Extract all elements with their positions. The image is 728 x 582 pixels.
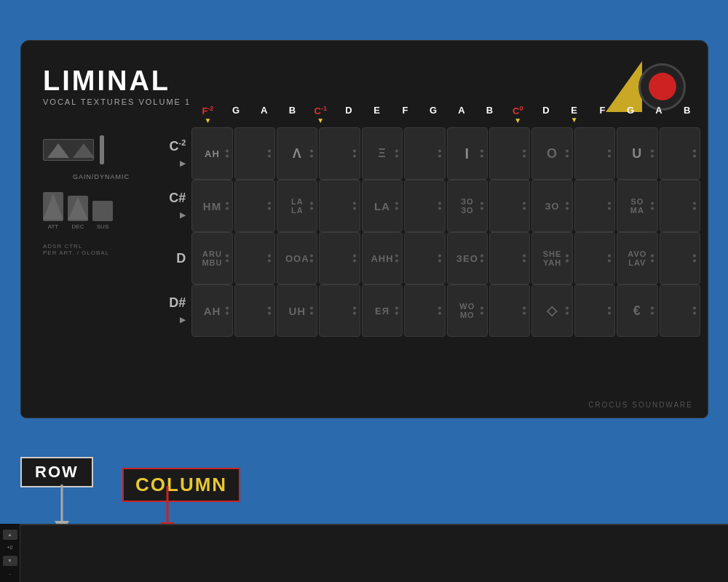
cell-d-1[interactable]: ARUMBU	[191, 232, 232, 284]
cell-ds-10[interactable]	[574, 284, 615, 337]
gain-fader[interactable]	[100, 135, 104, 164]
cell-d-4[interactable]	[319, 232, 360, 284]
piano-minus-label: -	[9, 571, 10, 576]
cell-cs-3[interactable]: LALA	[277, 180, 317, 232]
col-header-a3: A▼	[646, 105, 673, 124]
cell-c2-11[interactable]: U	[617, 127, 657, 180]
cell-d-12[interactable]	[660, 232, 700, 284]
col-header-f: F▼	[392, 105, 419, 124]
cell-cs-4[interactable]	[319, 180, 360, 232]
cell-ds-9[interactable]: ◇	[531, 284, 572, 337]
app-title: LIMINAL	[43, 67, 191, 95]
cell-ds-1[interactable]: AH	[191, 284, 232, 337]
row-label-ds: D# ▶	[159, 295, 190, 326]
row-label-box: ROW	[20, 457, 93, 487]
cell-cs-11[interactable]: SOMA	[617, 180, 657, 232]
svg-marker-2	[43, 194, 63, 220]
piano-up-btn[interactable]: ▲	[3, 530, 17, 540]
cell-d-9[interactable]: SHEYAH	[531, 232, 572, 284]
cell-ds-12[interactable]	[660, 284, 700, 337]
col-header-b: B▼	[279, 105, 306, 124]
col-header-a2: A▼	[448, 105, 475, 124]
column-label-text: COLUMN	[135, 474, 227, 495]
dec-label: DEC	[72, 223, 84, 230]
instrument-panel: LIMINAL VOCAL TEXTURES VOLUME 1 GAIN/DYN…	[20, 40, 708, 418]
cell-ds-8[interactable]	[489, 284, 530, 337]
cell-d-6[interactable]	[404, 232, 445, 284]
cell-cs-9[interactable]: ЗО	[531, 180, 572, 232]
cell-d-8[interactable]	[489, 232, 530, 284]
cell-c2-9[interactable]: O	[531, 127, 572, 180]
col-header-f2: F-2▼	[194, 105, 221, 124]
cell-c2-12[interactable]	[660, 127, 700, 180]
cell-c2-2[interactable]	[234, 127, 275, 180]
cell-d-5[interactable]: AHH	[362, 232, 403, 284]
att-bar	[43, 192, 63, 221]
cell-ds-11[interactable]: €	[617, 284, 657, 337]
cell-d-2[interactable]	[234, 232, 275, 284]
piano-left-controls: ▲ +0 ▼ -	[0, 524, 20, 582]
dec-bar	[68, 196, 88, 221]
cell-c2-8[interactable]	[489, 127, 530, 180]
cell-c2-6[interactable]	[404, 127, 445, 180]
row-label-c2: C-2 ▶	[159, 138, 190, 170]
svg-marker-0	[47, 143, 69, 158]
col-header-e2: E▼	[561, 105, 587, 124]
col-header-d: D▼	[336, 105, 363, 124]
col-header-f3: F▼	[589, 105, 616, 124]
grid-row-cs: C# ▶ HM LALA LA ЗОЗО ЗО SOMA	[159, 180, 700, 232]
grid-row-d: D ARUMBU OOA AHH ЗЕО SHEYAH AVOLAV	[159, 232, 700, 284]
gain-label: GAIN/DYNAMIC	[43, 173, 159, 180]
cell-c2-4[interactable]	[319, 127, 360, 180]
svg-marker-1	[73, 143, 95, 158]
piano-octave-label: +0	[7, 545, 13, 550]
sus-bar	[92, 201, 113, 221]
cell-cs-1[interactable]: HM	[191, 180, 232, 232]
cell-ds-3[interactable]: UH	[277, 284, 317, 337]
svg-marker-4	[92, 202, 113, 220]
grid-row-c2: C-2 ▶ AH Λ Ξ I O U	[159, 127, 700, 180]
cell-d-3[interactable]: OOA	[277, 232, 317, 284]
col-header-g3: G▼	[617, 105, 644, 124]
piano-svg: // Rendered inline below	[20, 524, 728, 582]
col-header-g2: G▼	[420, 105, 447, 124]
cell-cs-10[interactable]	[574, 180, 615, 232]
cell-c2-5[interactable]: Ξ	[362, 127, 403, 180]
logo-area: LIMINAL VOCAL TEXTURES VOLUME 1	[43, 67, 191, 106]
piano-down-btn[interactable]: ▼	[3, 556, 17, 566]
col-headers: F-2▼ G▼ A▼ B▼ C-1▼ D▼ E▼ F▼ G▼ A▼ B▼ C0▼…	[194, 105, 700, 124]
cell-cs-7[interactable]: ЗОЗО	[447, 180, 488, 232]
cell-ds-2[interactable]	[234, 284, 275, 337]
cell-cs-8[interactable]	[489, 180, 530, 232]
cell-cs-2[interactable]	[234, 180, 275, 232]
cell-c2-1[interactable]: AH	[191, 127, 232, 180]
circle-icon	[638, 63, 686, 111]
svg-marker-3	[68, 197, 88, 220]
cell-ds-7[interactable]: WOMO	[447, 284, 488, 337]
row-label-text: ROW	[35, 463, 79, 481]
col-header-b2: B▼	[476, 105, 503, 124]
cell-ds-5[interactable]: ЕЯ	[362, 284, 403, 337]
col-header-b3: B▼	[673, 105, 700, 124]
cell-d-7[interactable]: ЗЕО	[447, 232, 488, 284]
cell-c2-3[interactable]: Λ	[277, 127, 317, 180]
cell-cs-12[interactable]	[660, 180, 700, 232]
cell-cs-5[interactable]: LA	[362, 180, 403, 232]
cell-d-11[interactable]: AVOLAV	[617, 232, 657, 284]
grid-row-ds: D# ▶ AH UH ЕЯ WOMO ◇ €	[159, 284, 700, 337]
row-label-d: D	[159, 251, 190, 266]
cell-c2-7[interactable]: I	[447, 127, 488, 180]
col-header-c1: C-1▼	[307, 105, 334, 124]
row-label-cs: C# ▶	[159, 191, 190, 221]
grid-area: F-2▼ G▼ A▼ B▼ C-1▼ D▼ E▼ F▼ G▼ A▼ B▼ C0▼…	[159, 105, 700, 407]
adsr-ctrl-label: ADSR CTRL PER ART. / GLOBAL	[43, 243, 159, 256]
cell-d-10[interactable]	[574, 232, 615, 284]
piano-keyboard: ▲ +0 ▼ - // Rendered inline below	[0, 524, 728, 582]
branding: CROCUS SOUNDWARE	[588, 401, 693, 409]
cell-ds-4[interactable]	[319, 284, 360, 337]
cell-cs-6[interactable]	[404, 180, 445, 232]
cell-ds-6[interactable]	[404, 284, 445, 337]
col-header-c0: C0▼	[505, 105, 531, 124]
cell-c2-10[interactable]	[574, 127, 615, 180]
column-label-box: COLUMN	[122, 468, 240, 502]
